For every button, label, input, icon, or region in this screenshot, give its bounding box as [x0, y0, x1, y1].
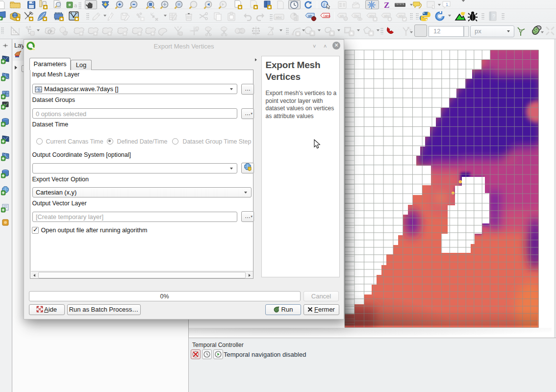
svg-text:⟨bc: ⟨bc: [354, 14, 359, 18]
svg-text:Z: Z: [384, 0, 389, 10]
svg-text:ab: ab: [340, 14, 344, 18]
svg-text:?: ?: [492, 13, 495, 19]
svg-text:ab: ab: [308, 14, 312, 18]
svg-text:⟨abs: ⟨abs: [323, 14, 330, 18]
svg-text:1: 1: [446, 2, 448, 7]
svg-text:i: i: [324, 2, 325, 7]
svg-text:a: a: [74, 2, 77, 8]
svg-text:abc: abc: [276, 15, 282, 20]
